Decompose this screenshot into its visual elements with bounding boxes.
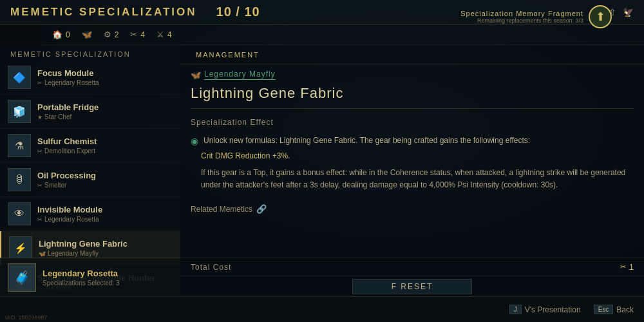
uid-display: UID: 150296987	[0, 313, 53, 322]
memory-fragment-title: Specialization Memory Fragment	[460, 10, 583, 17]
spec-sub-icon-invisible: ✂	[37, 216, 43, 223]
reset-area: F RESET	[180, 276, 644, 296]
level-separator: /	[236, 5, 240, 19]
stat-home[interactable]: 🏠 0	[52, 30, 70, 39]
spec-name-focus: Focus Module	[37, 68, 173, 78]
profile-icon[interactable]: 🦅	[623, 7, 634, 17]
stat-gear[interactable]: ⚙ 2	[104, 30, 119, 39]
sidebar-item-portable-fridge[interactable]: 🧊 Portable Fridge ★ Star Chef	[0, 95, 180, 129]
character-thumbnail: 🧳	[8, 263, 36, 292]
back-key: Esc	[594, 305, 614, 314]
presentation-button[interactable]: J V's Presentation	[509, 305, 581, 314]
spec-thumb-invisible: 👁	[8, 202, 31, 225]
legendary-badge: 🦋 Legendary Mayfly	[180, 64, 644, 82]
character-name: Legendary Rosetta	[43, 269, 173, 278]
spec-info-sulfur: Sulfur Chemist ✂ Demolition Expert	[37, 137, 173, 155]
spec-sub-icon-sulfur: ✂	[37, 148, 43, 155]
cost-number: 1	[629, 262, 634, 272]
section-effect-header: Specialization Effect	[180, 115, 644, 129]
spec-thumb-fridge: 🧊	[8, 100, 31, 123]
gear-icon: ⚙	[104, 30, 111, 39]
spec-thumb-sulfur: ⚗	[8, 134, 31, 157]
spec-name-oil: Oil Processing	[37, 171, 173, 180]
badge-label: Legendary Mayfly	[204, 70, 276, 80]
divider-1	[191, 108, 634, 109]
memory-fragment-widget: Specialization Memory Fragment Remaining…	[460, 5, 612, 28]
sidebar-section-title: Memetic Specialization	[0, 45, 180, 61]
sword-icon: ⚔	[156, 30, 164, 39]
presentation-label: V's Presentation	[525, 305, 581, 314]
memory-fragment-remaining: Remaining replacements this season: 3/3	[460, 17, 583, 24]
spec-name-fridge: Portable Fridge	[37, 102, 173, 112]
stat-home-value: 0	[66, 30, 70, 39]
stat-sword-value: 4	[167, 30, 172, 39]
character-info: Legendary Rosetta Specializations Select…	[43, 269, 173, 287]
effect-row-main: ◉ Unlock new formulas: Lightning Gene Fa…	[191, 135, 634, 146]
memory-fragment-icon[interactable]: ⬆	[589, 5, 612, 28]
spec-info-focus: Focus Module ✂ Legendary Rosetta	[37, 68, 173, 86]
character-area: 🧳 Legendary Rosetta Specializations Sele…	[0, 258, 180, 296]
crit-dmg-line: Crit DMG Reduction +3%.	[191, 151, 634, 160]
spec-thumb-oil: 🛢	[8, 168, 31, 191]
related-memetics-icon: 🔗	[256, 204, 267, 214]
character-specializations: Specializations Selected: 3	[43, 279, 173, 287]
butterfly-icon: 🦋	[82, 30, 92, 39]
spec-info-lightning: Lightning Gene Fabric 🦋 Legendary Mayfly	[39, 239, 173, 257]
reset-text-label: RESET	[401, 282, 433, 291]
back-button[interactable]: Esc Back	[594, 305, 634, 314]
memory-fragment-text: Specialization Memory Fragment Remaining…	[460, 10, 583, 24]
cost-label: Total Cost	[191, 263, 231, 272]
spec-name-sulfur: Sulfur Chemist	[37, 137, 173, 146]
spec-sub-focus: ✂ Legendary Rosetta	[37, 79, 173, 86]
sidebar-item-invisible-module[interactable]: 👁 Invisible Module ✂ Legendary Rosetta	[0, 197, 180, 231]
spec-sub-oil: ✂ Smelter	[37, 182, 173, 189]
spec-sub-icon-lightning: 🦋	[39, 251, 46, 257]
cost-value: ✂ 1	[620, 262, 634, 272]
cost-scissors-icon: ✂	[620, 263, 626, 271]
spec-sub-fridge: ★ Star Chef	[37, 113, 173, 120]
panel-tabs: Management	[180, 45, 644, 64]
spec-sub-icon-oil: ✂	[37, 182, 43, 189]
spec-sub-sulfur: ✂ Demolition Expert	[37, 147, 173, 155]
sidebar-item-focus-module[interactable]: 🔷 Focus Module ✂ Legendary Rosetta	[0, 61, 180, 95]
item-title: Lightning Gene Fabric	[180, 82, 644, 108]
spec-sub-invisible: ✂ Legendary Rosetta	[37, 216, 173, 223]
stat-gear-value: 2	[115, 30, 119, 39]
spec-sub-icon-fridge: ★	[37, 114, 43, 120]
spec-info-invisible: Invisible Module ✂ Legendary Rosetta	[37, 205, 173, 223]
sidebar-item-sulfur-chemist[interactable]: ⚗ Sulfur Chemist ✂ Demolition Expert	[0, 129, 180, 163]
sidebar-item-oil-processing[interactable]: 🛢 Oil Processing ✂ Smelter	[0, 163, 180, 197]
scissors-icon: ✂	[130, 30, 137, 39]
spec-info-oil: Oil Processing ✂ Smelter	[37, 171, 173, 189]
spec-sub-lightning: 🦋 Legendary Mayfly	[39, 250, 173, 257]
effect-content: ◉ Unlock new formulas: Lightning Gene Fa…	[180, 129, 644, 199]
page-title: MEMETIC SPECIALIZATION	[10, 6, 197, 19]
tab-management[interactable]: Management	[191, 51, 265, 59]
badge-butterfly-icon: 🦋	[191, 70, 201, 80]
spec-thumb-focus: 🔷	[8, 66, 31, 89]
spec-name-lightning: Lightning Gene Fabric	[39, 239, 173, 249]
spec-thumb-lightning: ⚡	[9, 236, 32, 260]
level-max: 10	[244, 5, 260, 19]
related-label: Related Memetics	[191, 205, 252, 214]
reset-button[interactable]: F RESET	[352, 279, 473, 294]
spec-info-fridge: Portable Fridge ★ Star Chef	[37, 102, 173, 120]
reset-key-label: F	[392, 282, 397, 291]
back-label: Back	[616, 305, 634, 314]
bottom-bar: J V's Presentation Esc Back	[0, 296, 644, 322]
spec-sub-icon-focus: ✂	[37, 80, 43, 86]
spec-name-invisible: Invisible Module	[37, 205, 173, 214]
stat-scissors[interactable]: ✂ 4	[130, 30, 145, 39]
stat-butterfly[interactable]: 🦋	[82, 30, 92, 39]
home-icon: 🏠	[52, 30, 62, 39]
effect-intro-text: Unlock new formulas: Lightning Gene Fabr…	[204, 135, 530, 146]
level-current: 10	[216, 5, 232, 19]
stat-sword[interactable]: ⚔ 4	[156, 30, 172, 39]
cost-section: Total Cost ✂ 1	[180, 258, 644, 276]
header-icons: ⇧ 🦅	[609, 7, 634, 17]
bonus-effect-text: If this gear is a Top, it gains a bonus …	[191, 164, 634, 194]
presentation-key: J	[509, 305, 522, 314]
stat-scissors-value: 4	[140, 30, 145, 39]
level-display: 10 / 10	[216, 5, 260, 19]
related-section: Related Memetics 🔗	[180, 199, 644, 219]
